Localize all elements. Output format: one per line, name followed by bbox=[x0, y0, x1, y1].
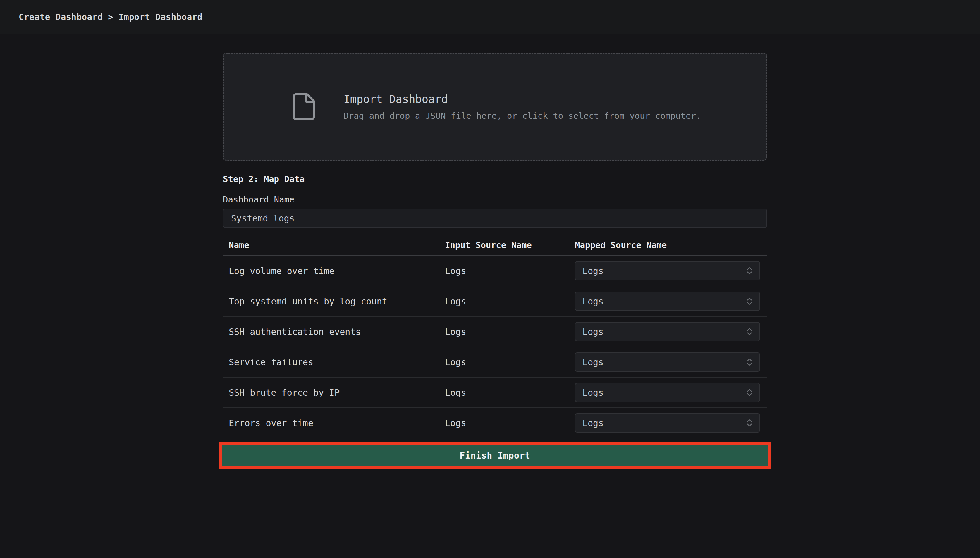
table-row: Errors over time Logs Logs bbox=[223, 408, 767, 438]
selected-value: Logs bbox=[583, 327, 604, 337]
table-row: Top systemd units by log count Logs Logs bbox=[223, 286, 767, 317]
table-row: Service failures Logs Logs bbox=[223, 347, 767, 377]
row-input-source: Logs bbox=[445, 357, 575, 367]
table-row: Log volume over time Logs Logs bbox=[223, 256, 767, 286]
topbar: Create Dashboard > Import Dashboard bbox=[0, 0, 980, 34]
row-name: Service failures bbox=[229, 357, 445, 367]
selected-value: Logs bbox=[583, 266, 604, 276]
row-name: Errors over time bbox=[229, 418, 445, 428]
mapping-table: Name Input Source Name Mapped Source Nam… bbox=[223, 235, 767, 438]
chevrons-up-down-icon bbox=[745, 266, 754, 276]
dropzone-text: Import Dashboard Drag and drop a JSON fi… bbox=[343, 93, 701, 121]
selected-value: Logs bbox=[583, 387, 604, 398]
main-content: Import Dashboard Drag and drop a JSON fi… bbox=[223, 53, 767, 469]
breadcrumb[interactable]: Create Dashboard > Import Dashboard bbox=[19, 12, 203, 22]
row-name: Log volume over time bbox=[229, 266, 445, 276]
click-target-annotation: Finish Import bbox=[219, 442, 771, 469]
row-input-source: Logs bbox=[445, 266, 575, 276]
dashboard-name-label: Dashboard Name bbox=[223, 194, 767, 204]
mapped-source-select[interactable]: Logs bbox=[575, 322, 760, 341]
mapped-source-select[interactable]: Logs bbox=[575, 261, 760, 281]
table-row: SSH authentication events Logs Logs bbox=[223, 317, 767, 347]
chevrons-up-down-icon bbox=[745, 388, 754, 397]
mapped-source-select[interactable]: Logs bbox=[575, 383, 760, 402]
chevrons-up-down-icon bbox=[745, 358, 754, 367]
chevrons-up-down-icon bbox=[745, 418, 754, 428]
row-name: Top systemd units by log count bbox=[229, 296, 445, 307]
finish-import-button[interactable]: Finish Import bbox=[222, 445, 768, 466]
step-heading: Step 2: Map Data bbox=[223, 174, 767, 184]
chevrons-up-down-icon bbox=[745, 297, 754, 306]
column-header-name: Name bbox=[229, 240, 445, 250]
mapped-source-select[interactable]: Logs bbox=[575, 353, 760, 372]
selected-value: Logs bbox=[583, 296, 604, 307]
file-dropzone[interactable]: Import Dashboard Drag and drop a JSON fi… bbox=[223, 53, 767, 161]
table-header-row: Name Input Source Name Mapped Source Nam… bbox=[223, 235, 767, 256]
row-name: SSH authentication events bbox=[229, 327, 445, 337]
row-input-source: Logs bbox=[445, 418, 575, 428]
row-input-source: Logs bbox=[445, 296, 575, 307]
column-header-mapped-source: Mapped Source Name bbox=[575, 240, 760, 250]
dropzone-title: Import Dashboard bbox=[343, 93, 701, 105]
chevrons-up-down-icon bbox=[745, 327, 754, 336]
file-icon bbox=[289, 91, 319, 122]
selected-value: Logs bbox=[583, 357, 604, 367]
row-input-source: Logs bbox=[445, 387, 575, 398]
row-input-source: Logs bbox=[445, 327, 575, 337]
mapped-source-select[interactable]: Logs bbox=[575, 292, 760, 311]
dropzone-subtitle: Drag and drop a JSON file here, or click… bbox=[343, 111, 701, 121]
column-header-input-source: Input Source Name bbox=[445, 240, 575, 250]
mapped-source-select[interactable]: Logs bbox=[575, 413, 760, 433]
dashboard-name-input[interactable] bbox=[223, 208, 767, 228]
table-row: SSH brute force by IP Logs Logs bbox=[223, 377, 767, 408]
selected-value: Logs bbox=[583, 418, 604, 428]
row-name: SSH brute force by IP bbox=[229, 387, 445, 398]
